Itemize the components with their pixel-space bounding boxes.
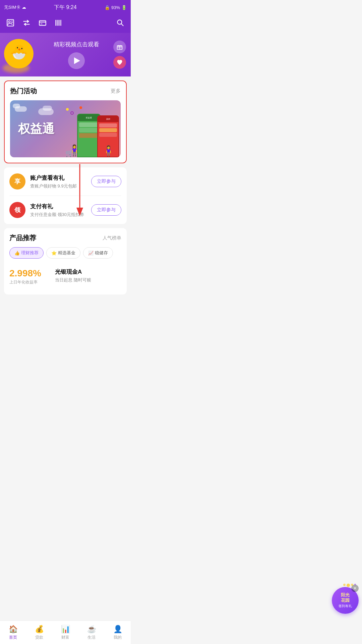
quanyi-banner[interactable]: 权益通 权益通 新鲜: [10, 100, 121, 157]
tab-fund[interactable]: ⭐ 精选基金: [46, 247, 80, 259]
barcode-icon[interactable]: [54, 18, 63, 29]
popular-label[interactable]: 人气榜单: [103, 235, 121, 241]
svg-rect-4: [39, 21, 46, 25]
sim-status: 无SIM卡 ☁: [4, 4, 26, 10]
tab-stable-label: 稳健存: [95, 250, 108, 256]
hot-activities-section: 热门活动 更多 权益通 权益通: [4, 80, 127, 163]
status-time: 下午 9:24: [54, 4, 77, 11]
search-icon[interactable]: [116, 18, 125, 29]
card-icon[interactable]: [38, 18, 47, 29]
hot-activities-title: 热门活动: [10, 87, 37, 96]
activity-item-1: 享 账户查看有礼 查账户领好物 9.9元包邮 立即参与: [9, 167, 121, 196]
product-rate-info: 2.998% 上日年化收益率: [9, 268, 50, 285]
hot-activities-header: 热门活动 更多: [10, 87, 121, 96]
activity-icon-collect: 领: [9, 202, 25, 218]
product-item: 2.998% 上日年化收益率 光银现金A 当日起息 随时可赎: [9, 264, 121, 289]
product-rate: 2.998%: [9, 268, 50, 279]
svg-point-1: [8, 21, 10, 22]
battery-icon: 🔒: [105, 5, 110, 10]
tab-stable[interactable]: 📈 稳健存: [83, 247, 113, 259]
banner-text: 精彩视频点击观看: [54, 41, 99, 48]
activity-btn-2[interactable]: 立即参与: [91, 204, 121, 216]
svg-rect-0: [7, 19, 14, 26]
annotation-arrow: [75, 164, 85, 218]
tab-financial[interactable]: 👍 理财推荐: [9, 247, 44, 259]
tab-financial-icon: 👍: [14, 251, 20, 256]
activities-list: 享 账户查看有礼 查账户领好物 9.9元包邮 立即参与 领 支付有礼 支付任意金…: [4, 167, 127, 224]
video-banner[interactable]: 🐣 精彩视频点击观看: [0, 33, 131, 76]
product-tabs: 👍 理财推荐 ⭐ 精选基金 📈 稳健存: [9, 247, 121, 259]
tab-fund-icon: ⭐: [51, 251, 57, 256]
quanyi-text: 权益通: [18, 121, 54, 137]
tab-stable-icon: 📈: [88, 251, 94, 256]
product-name: 光银现金A: [55, 268, 91, 276]
product-title: 产品推荐: [9, 233, 36, 243]
play-button[interactable]: [68, 52, 85, 69]
status-bar: 无SIM卡 ☁ 下午 9:24 🔒 93% 🔋: [0, 0, 131, 15]
contact-icon[interactable]: [6, 18, 15, 29]
battery-percent: 93%: [111, 5, 120, 10]
nav-left-icons: [6, 18, 63, 29]
svg-line-14: [121, 24, 123, 26]
product-recommend-section: 产品推荐 人气榜单 👍 理财推荐 ⭐ 精选基金 📈 稳健存 2.998% 上日年…: [4, 228, 127, 294]
gift-icon[interactable]: [113, 41, 126, 53]
product-header: 产品推荐 人气榜单: [9, 233, 121, 243]
nav-bar: [0, 15, 131, 33]
banner-right-icons: [113, 41, 126, 69]
tab-fund-label: 精选基金: [58, 250, 75, 256]
transfer-icon[interactable]: [22, 18, 31, 29]
heart-icon[interactable]: [113, 56, 126, 69]
product-rate-label: 上日年化收益率: [9, 279, 50, 285]
status-right: 🔒 93% 🔋: [105, 5, 127, 10]
activity-btn-1[interactable]: 立即参与: [91, 176, 121, 187]
main-content: 热门活动 更多 权益通 权益通: [0, 76, 131, 325]
svg-marker-18: [76, 208, 83, 216]
product-info: 光银现金A 当日起息 随时可赎: [55, 268, 91, 283]
hot-activities-more[interactable]: 更多: [111, 88, 121, 94]
activity-icon-enjoy: 享: [9, 173, 25, 190]
activity-item-2: 领 支付有礼 支付任意金额 领30元抵扣券 立即参与: [9, 196, 121, 224]
status-left: 无SIM卡 ☁: [4, 4, 26, 10]
battery-bar: 🔋: [121, 5, 127, 10]
tab-financial-label: 理财推荐: [21, 250, 39, 256]
product-desc: 当日起息 随时可赎: [55, 277, 91, 283]
